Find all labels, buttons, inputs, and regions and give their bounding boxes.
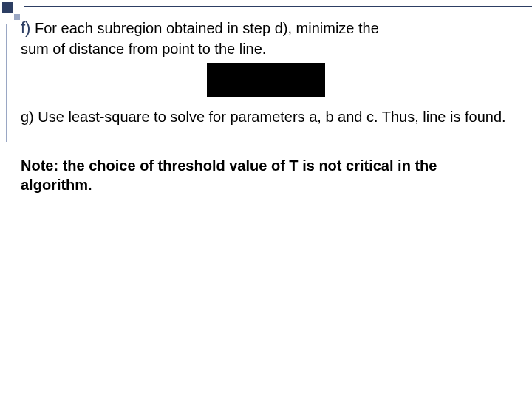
step-f-line2: sum of distance from point to the line. — [21, 41, 266, 57]
step-g-paragraph: g) Use least-square to solve for paramet… — [21, 107, 511, 126]
slide-content: f) For each subregion obtained in step d… — [21, 18, 511, 194]
formula-placeholder-box — [207, 63, 325, 97]
accent-rule-top — [24, 6, 532, 7]
accent-square-large — [2, 2, 13, 13]
step-f-label: f) — [21, 18, 30, 37]
note-paragraph: Note: the choice of threshold value of T… — [21, 156, 511, 194]
accent-rule-left — [6, 24, 7, 142]
accent-square-small — [14, 14, 20, 20]
step-f-line1: For each subregion obtained in step d), … — [35, 20, 379, 36]
step-f-paragraph: f) For each subregion obtained in step d… — [21, 18, 511, 58]
